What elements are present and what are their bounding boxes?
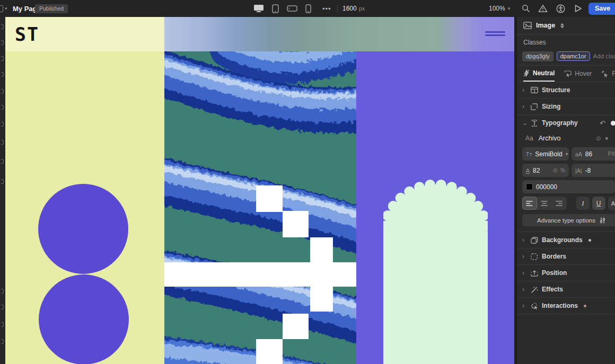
warning-triangle-icon bbox=[538, 4, 548, 13]
chevron-down-icon: ▾ bbox=[508, 6, 511, 11]
site-logo[interactable]: ST bbox=[15, 24, 39, 45]
canvas-width-unit: px bbox=[359, 5, 365, 12]
chevron-down-icon[interactable]: ▾ bbox=[5, 0, 7, 17]
toolbar-icon-partial[interactable] bbox=[1, 159, 4, 164]
canvas-width-indicator[interactable]: 1600 px bbox=[342, 0, 365, 17]
font-weight-select[interactable]: Tт SemiBold ▾ bbox=[522, 147, 569, 161]
neutral-state-icon bbox=[523, 69, 530, 77]
toolbar-divider bbox=[337, 0, 338, 17]
section-position[interactable]: › Position bbox=[517, 265, 615, 281]
zoom-level: 100% bbox=[489, 5, 505, 12]
toolbar-icon-partial[interactable] bbox=[1, 56, 4, 61]
chevron-right-icon: › bbox=[522, 253, 526, 260]
warnings-button[interactable] bbox=[538, 0, 548, 17]
section-effects[interactable]: › Effects bbox=[517, 281, 615, 297]
chevron-right-icon: › bbox=[522, 286, 526, 293]
scalloped-shape[interactable] bbox=[383, 179, 488, 364]
chevron-right-icon: › bbox=[522, 302, 526, 309]
typography-panel: Aa Archivo ⊙ ▾ Tт SemiBold ▾ aA 86 PX bbox=[517, 131, 615, 232]
position-icon bbox=[531, 270, 538, 277]
classes-heading: Classes bbox=[523, 39, 546, 46]
phone-landscape-breakpoint-icon[interactable] bbox=[287, 5, 297, 12]
typography-toggle-dot[interactable] bbox=[611, 121, 615, 126]
font-size-value: 86 bbox=[585, 150, 592, 158]
font-weight-icon: Tт bbox=[526, 151, 532, 157]
align-left-button[interactable] bbox=[522, 197, 537, 210]
toolbar-icon-partial[interactable] bbox=[1, 305, 4, 309]
text-color-input[interactable]: 000000 bbox=[522, 180, 615, 193]
toolbar-icon-partial[interactable] bbox=[1, 339, 4, 344]
sizing-icon bbox=[531, 103, 538, 110]
tab-focused[interactable]: Focused bbox=[601, 66, 615, 82]
purple-circle-bottom[interactable] bbox=[39, 274, 129, 364]
section-structure[interactable]: › Structure bbox=[517, 82, 615, 98]
advanced-type-options-button[interactable]: Advance type options bbox=[522, 214, 615, 226]
line-height-input[interactable]: A 82 ⊙ % bbox=[522, 164, 569, 177]
italic-button[interactable]: I bbox=[576, 197, 590, 210]
site-header[interactable] bbox=[5, 17, 514, 51]
chevron-right-icon: › bbox=[522, 269, 526, 277]
align-center-button[interactable] bbox=[537, 197, 552, 210]
search-button[interactable] bbox=[521, 0, 531, 17]
play-icon bbox=[574, 4, 582, 13]
chevron-right-icon: › bbox=[522, 86, 526, 94]
section-sizing[interactable]: › Sizing bbox=[517, 99, 615, 114]
structure-icon bbox=[531, 87, 538, 93]
section-backgrounds[interactable]: › Backgrounds bbox=[517, 232, 615, 248]
align-right-button[interactable] bbox=[552, 197, 567, 210]
accessibility-button[interactable] bbox=[555, 0, 566, 17]
font-family-row[interactable]: Aa Archivo ⊙ ▾ bbox=[517, 131, 615, 146]
font-size-input[interactable]: aA 86 PX bbox=[572, 147, 615, 161]
class-token[interactable]: dpgq3gly bbox=[522, 51, 554, 61]
white-pixel-square[interactable] bbox=[256, 185, 283, 212]
state-tabs: Neutral Hover Focused bbox=[517, 66, 615, 82]
toolbar-icon-partial[interactable] bbox=[1, 105, 4, 110]
toolbar-icon-partial[interactable] bbox=[1, 322, 4, 327]
toolbar-icon-partial[interactable] bbox=[1, 140, 4, 145]
tablet-breakpoint-icon[interactable] bbox=[272, 4, 279, 13]
toolbar-icon-partial[interactable] bbox=[1, 89, 4, 94]
underline-button[interactable]: U bbox=[592, 197, 605, 210]
class-token-selected[interactable]: dpamc1or bbox=[557, 51, 590, 61]
section-borders[interactable]: › Borders bbox=[517, 248, 615, 264]
toolbar-icon-partial[interactable] bbox=[1, 24, 4, 29]
strikethrough-button[interactable]: AG bbox=[608, 197, 615, 210]
phone-portrait-breakpoint-icon[interactable] bbox=[305, 4, 311, 13]
toolbar-icon-partial[interactable] bbox=[1, 72, 4, 77]
white-pixel-square[interactable] bbox=[283, 314, 309, 339]
letter-spacing-input[interactable]: |A| -8 bbox=[572, 164, 615, 177]
style-panel: Image Classes dpgq3gly dpamc1or Neutral bbox=[517, 17, 615, 364]
toolbar-icon-partial[interactable] bbox=[1, 122, 4, 127]
white-pixel-square[interactable] bbox=[256, 339, 283, 364]
section-interactions[interactable]: › Interactions bbox=[517, 298, 615, 314]
white-pixel-square[interactable] bbox=[283, 211, 309, 237]
white-vertical-bar[interactable] bbox=[310, 237, 333, 312]
toolbar-icon-partial[interactable] bbox=[1, 179, 4, 184]
zoom-control[interactable]: 100% ▾ bbox=[489, 0, 510, 17]
line-height-icon: A bbox=[526, 167, 530, 174]
toolbar-icon-partial[interactable] bbox=[1, 40, 4, 45]
chevron-right-icon: › bbox=[522, 103, 526, 110]
desktop-breakpoint-icon[interactable] bbox=[253, 4, 264, 13]
text-align-group bbox=[522, 197, 567, 210]
section-typography[interactable]: ⌄ Typography ↶ bbox=[517, 115, 615, 131]
tab-hover[interactable]: Hover bbox=[564, 66, 592, 82]
save-button[interactable]: Save bbox=[588, 3, 615, 15]
preview-button[interactable] bbox=[573, 0, 583, 17]
selected-element-row[interactable]: Image bbox=[517, 17, 615, 34]
chevron-down-icon: ▾ bbox=[566, 151, 568, 157]
more-breakpoints-icon[interactable]: ••• bbox=[322, 0, 331, 17]
color-swatch[interactable] bbox=[526, 183, 533, 190]
align-right-icon bbox=[556, 201, 563, 206]
font-info-icon[interactable]: ⊙ bbox=[596, 135, 601, 142]
reset-typography-icon[interactable]: ↶ bbox=[600, 119, 605, 127]
chevron-down-icon: ⌄ bbox=[522, 119, 526, 127]
pages-icon[interactable] bbox=[0, 0, 4, 17]
add-class-input[interactable] bbox=[593, 53, 615, 59]
tab-neutral[interactable]: Neutral bbox=[523, 66, 555, 82]
toolbar-icon-partial[interactable] bbox=[1, 289, 4, 294]
line-height-menu-icon: ⊙ bbox=[553, 167, 557, 173]
design-canvas[interactable]: ST bbox=[5, 17, 514, 364]
purple-circle-top[interactable] bbox=[38, 184, 128, 274]
hamburger-menu-icon[interactable] bbox=[485, 31, 505, 38]
